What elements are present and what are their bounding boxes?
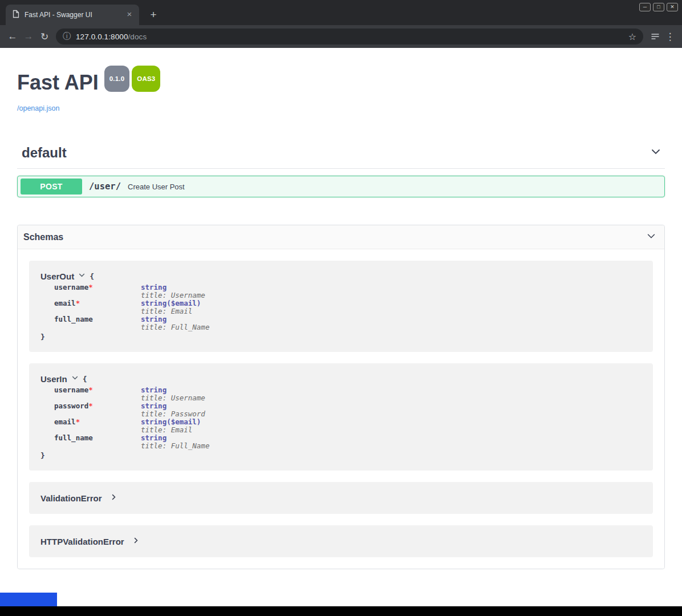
url-path: /docs xyxy=(128,33,147,41)
open-brace: { xyxy=(83,375,87,383)
property-row: email* string($email) title: Email xyxy=(54,418,642,434)
property-name: password xyxy=(54,402,88,410)
required-star: * xyxy=(76,418,80,426)
browser-toolbar: ← → ↻ ⓘ 127.0.0.1:8000/docs ☆ ⋮ xyxy=(0,25,682,48)
tag-title: default xyxy=(22,145,67,161)
model-httpvalidationerror[interactable]: HTTPValidationError xyxy=(29,525,653,557)
tag-section-default: default POST /user/ Create User Post xyxy=(17,145,665,197)
chevron-right-icon xyxy=(110,493,117,503)
reload-icon: ↻ xyxy=(40,31,48,43)
reload-button[interactable]: ↻ xyxy=(36,29,52,44)
api-info-section: Fast API0.1.0OAS3 /openapi.json xyxy=(17,48,665,113)
operation-summary: Create User Post xyxy=(128,183,185,191)
property-row: password* string title: Password xyxy=(54,402,642,418)
chevron-down-icon[interactable] xyxy=(650,146,661,160)
property-name: username xyxy=(54,386,88,394)
required-star: * xyxy=(88,283,93,291)
model-title: UserOut xyxy=(40,271,74,281)
model-title: ValidationError xyxy=(40,493,102,503)
required-star: * xyxy=(88,386,93,394)
property-type: string xyxy=(141,299,167,307)
openapi-spec-link[interactable]: /openapi.json xyxy=(17,104,59,112)
new-tab-button[interactable]: + xyxy=(146,7,161,22)
model-validationerror[interactable]: ValidationError xyxy=(29,482,653,514)
api-title: Fast API0.1.0OAS3 xyxy=(17,71,665,100)
model-userin: UserIn { username* string title: Usernam… xyxy=(29,363,653,471)
property-row: full_name string title: Full_Name xyxy=(54,434,642,450)
status-bubble xyxy=(0,593,57,606)
close-button[interactable]: ✕ xyxy=(667,3,678,11)
url-text: 127.0.0.1:8000/docs xyxy=(76,33,628,41)
close-brace: } xyxy=(40,333,642,342)
property-name: email xyxy=(54,418,76,426)
back-button[interactable]: ← xyxy=(5,29,21,44)
property-name: email xyxy=(54,299,76,307)
open-brace: { xyxy=(90,272,94,281)
model-userout-toggle[interactable]: UserOut { xyxy=(40,271,642,281)
opblock-post-user[interactable]: POST /user/ Create User Post xyxy=(17,176,665,197)
page-icon xyxy=(13,10,19,21)
forward-icon: → xyxy=(24,31,34,42)
close-brace: } xyxy=(40,451,642,460)
property-row: email* string($email) title: Email xyxy=(54,299,642,315)
model-title: UserIn xyxy=(40,374,67,384)
chevron-down-icon xyxy=(78,271,86,281)
property-title: title: Email xyxy=(141,307,201,315)
site-info-icon[interactable]: ⓘ xyxy=(63,31,71,42)
property-type: string xyxy=(141,402,167,410)
version-badge: 0.1.0 xyxy=(104,66,130,92)
swagger-page: Fast API0.1.0OAS3 /openapi.json default … xyxy=(0,48,682,606)
kebab-menu-icon: ⋮ xyxy=(665,31,675,43)
property-title: title: Password xyxy=(141,410,205,418)
property-title: title: Full_Name xyxy=(141,323,209,331)
schemas-body: UserOut { username* string title: Userna… xyxy=(18,249,664,569)
method-badge: POST xyxy=(21,179,82,194)
chevron-down-icon xyxy=(71,374,79,384)
property-type: string xyxy=(141,418,167,426)
model-title: HTTPValidationError xyxy=(40,537,124,546)
forward-button[interactable]: → xyxy=(21,29,36,44)
address-bar[interactable]: ⓘ 127.0.0.1:8000/docs ☆ xyxy=(56,29,643,44)
bottom-bar xyxy=(0,606,682,616)
property-type: string xyxy=(141,283,167,291)
property-title: title: Email xyxy=(141,426,201,434)
property-name: username xyxy=(54,283,88,291)
property-title: title: Full_Name xyxy=(141,442,209,450)
property-format: ($email) xyxy=(167,299,201,307)
property-type: string xyxy=(141,433,167,442)
window-controls: ─ □ ✕ xyxy=(639,3,678,11)
back-icon: ← xyxy=(8,31,18,42)
property-format: ($email) xyxy=(167,418,201,426)
property-row: username* string title: Username xyxy=(54,386,642,402)
schemas-header[interactable]: Schemas xyxy=(18,225,664,249)
chevron-right-icon xyxy=(132,536,140,546)
property-type: string xyxy=(141,315,167,323)
tab-title: Fast API - Swagger UI xyxy=(25,11,124,19)
chevron-down-icon[interactable] xyxy=(646,231,656,244)
browser-menu-button[interactable]: ⋮ xyxy=(663,29,677,44)
model-properties: username* string title: Username passwor… xyxy=(54,386,642,450)
property-title: title: Username xyxy=(141,291,205,299)
minimize-button[interactable]: ─ xyxy=(639,3,651,11)
browser-tab[interactable]: Fast API - Swagger UI × xyxy=(6,5,139,25)
titlebar: Fast API - Swagger UI × + ─ □ ✕ xyxy=(0,0,682,25)
property-title: title: Username xyxy=(141,394,205,402)
minimize-icon: ─ xyxy=(643,4,647,10)
property-type: string xyxy=(141,386,167,394)
required-star: * xyxy=(88,402,93,410)
property-row: username* string title: Username xyxy=(54,283,642,299)
property-name: full_name xyxy=(54,433,93,442)
maximize-button[interactable]: □ xyxy=(653,3,664,11)
tab-close-button[interactable]: × xyxy=(124,10,135,20)
bookmark-star-icon[interactable]: ☆ xyxy=(628,31,636,42)
model-userin-toggle[interactable]: UserIn { xyxy=(40,374,642,384)
required-star: * xyxy=(76,299,80,307)
schemas-section: Schemas UserOut { username* xyxy=(17,225,665,569)
url-host: 127.0.0.1:8000 xyxy=(76,33,128,41)
operation-path: /user/ xyxy=(89,181,121,192)
tag-header-default[interactable]: default xyxy=(17,145,665,169)
close-icon: ✕ xyxy=(670,4,675,10)
browser-window: { "colors": { "post_green": "#49cc90", "… xyxy=(0,0,682,616)
toolbar-list-icon[interactable] xyxy=(648,29,663,44)
schemas-title: Schemas xyxy=(23,232,63,242)
